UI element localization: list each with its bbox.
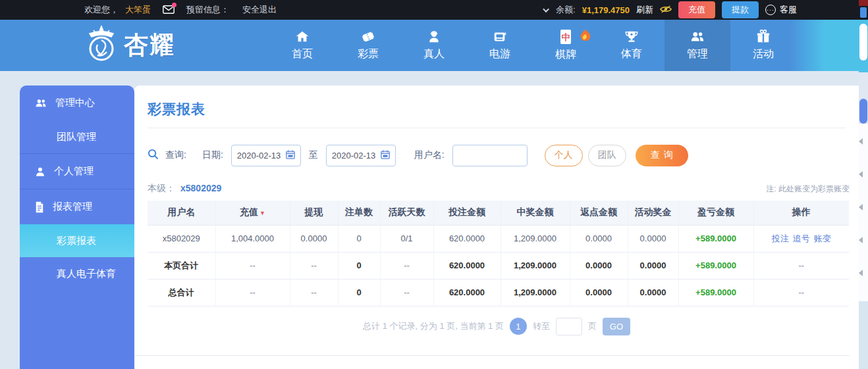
column-header: 用户名 bbox=[148, 201, 215, 225]
sidebar-item-manage-center[interactable]: 管理中心 bbox=[20, 86, 134, 120]
table-cell: 1,209.0000 bbox=[501, 225, 570, 252]
gift-icon bbox=[756, 30, 771, 44]
calendar-icon[interactable] bbox=[381, 150, 390, 161]
sort-desc-icon: ▼ bbox=[259, 210, 265, 216]
mahjong-tile-icon: 中 bbox=[560, 29, 572, 45]
table-cell: 0.0000 bbox=[290, 225, 338, 252]
go-button[interactable]: GO bbox=[603, 318, 630, 335]
strip-blue-segment bbox=[859, 99, 867, 124]
customer-service[interactable]: ··· 客服 bbox=[765, 4, 797, 16]
action-link-账变[interactable]: 账变 bbox=[814, 234, 831, 243]
table-cell: -- bbox=[290, 252, 338, 279]
column-header: 操作 bbox=[753, 201, 849, 225]
nav-item-chess[interactable]: 中 棋牌 bbox=[533, 20, 599, 71]
table-cell: -- bbox=[380, 252, 433, 279]
table-cell: 0.0000 bbox=[628, 252, 678, 279]
date-label: 日期: bbox=[202, 149, 223, 161]
hot-flame-icon bbox=[580, 28, 591, 41]
date-from-input[interactable]: 2020-02-13 bbox=[231, 145, 301, 166]
level-label: 本级： bbox=[148, 183, 175, 195]
sidebar-item-live-esports[interactable]: 真人电子体育 bbox=[20, 257, 134, 290]
chat-icon: ··· bbox=[765, 5, 776, 15]
content-card: 彩票报表 查询: 日期: 2020-02-13 至 2020-02-13 用户名… bbox=[134, 86, 859, 369]
username-input[interactable] bbox=[452, 145, 528, 166]
sidebar-item-lottery-report[interactable]: 彩票报表 bbox=[20, 224, 134, 257]
search-form: 查询: 日期: 2020-02-13 至 2020-02-13 用户名: 个人 … bbox=[148, 144, 850, 166]
mail-badge bbox=[172, 3, 176, 7]
refresh-link[interactable]: 刷新 bbox=[636, 4, 653, 16]
crown-emblem-icon bbox=[83, 25, 120, 66]
table-cell: 总合计 bbox=[148, 279, 215, 306]
table-body: x58020291,004.00000.000000/1620.00001,20… bbox=[148, 225, 849, 306]
action-link-投注[interactable]: 投注 bbox=[772, 234, 789, 243]
svg-text:中: 中 bbox=[562, 32, 570, 42]
deposit-button[interactable]: 充值 bbox=[678, 1, 715, 18]
search-button[interactable]: 查询 bbox=[636, 145, 688, 166]
username-text: 大笨蛋 bbox=[125, 4, 151, 16]
profit-cell: +589.0000 bbox=[678, 225, 753, 252]
dealer-icon bbox=[427, 30, 441, 44]
nav-item-egames[interactable]: 电游 bbox=[467, 20, 533, 71]
nav-item-lottery[interactable]: 彩票 bbox=[335, 20, 401, 71]
person-icon bbox=[34, 166, 46, 178]
main-navbar: 杏耀 首页 彩票 真人 电游 中 棋牌 体育 bbox=[0, 20, 868, 71]
column-header[interactable]: 充值▼ bbox=[215, 201, 290, 225]
welcome-text: 欢迎您， bbox=[84, 4, 119, 16]
sidebar-item-team-manage[interactable]: 团队管理 bbox=[20, 120, 134, 153]
team-filter-button[interactable]: 团队 bbox=[588, 145, 626, 166]
table-cell: 0.0000 bbox=[570, 279, 628, 306]
action-link-追号[interactable]: 追号 bbox=[793, 234, 810, 243]
actions-cell: -- bbox=[753, 252, 849, 279]
actions-cell: -- bbox=[753, 279, 849, 306]
nav-item-manage[interactable]: 管理 bbox=[665, 20, 730, 71]
mail-icon[interactable] bbox=[163, 5, 175, 14]
to-label: 至 bbox=[309, 149, 318, 161]
table-cell: 620.0000 bbox=[433, 225, 501, 252]
table-cell: 0.0000 bbox=[570, 225, 628, 252]
ticket-icon bbox=[360, 30, 376, 44]
nav-item-activity[interactable]: 活动 bbox=[730, 20, 796, 71]
page-1-button[interactable]: 1 bbox=[510, 318, 527, 335]
level-row: 本级： x5802029 注: 此处账变为彩票账变 bbox=[148, 183, 850, 195]
table-cell: 0 bbox=[338, 225, 380, 252]
account-change-note: 注: 此处账变为彩票账变 bbox=[766, 184, 850, 195]
pagination: 总计 1 个记录, 分为 1 页, 当前第 1 页 1 转至 页 GO bbox=[134, 317, 859, 335]
report-table: 用户名充值▼提现注单数活跃天数投注金额中奖金额返点金额活动奖金盈亏金额操作 x5… bbox=[148, 201, 849, 307]
nav-item-home[interactable]: 首页 bbox=[269, 20, 335, 71]
topbar: 欢迎您， 大笨蛋 预留信息： 安全退出 余额: ¥1,179.4750 刷新 充… bbox=[0, 0, 868, 20]
chevron-down-icon[interactable] bbox=[543, 6, 549, 12]
username-label: 用户名: bbox=[414, 149, 445, 161]
table-cell: 620.0000 bbox=[433, 252, 501, 279]
strip-blue-badge bbox=[860, 7, 867, 18]
nav-item-live[interactable]: 真人 bbox=[401, 20, 467, 71]
level-account-link[interactable]: x5802029 bbox=[180, 183, 221, 195]
document-icon bbox=[34, 201, 45, 213]
table-cell: 0 bbox=[338, 279, 380, 306]
table-cell: -- bbox=[215, 279, 290, 306]
sidebar-item-personal-manage[interactable]: 个人管理 bbox=[20, 154, 134, 189]
nav-item-sports[interactable]: 体育 bbox=[599, 20, 665, 71]
home-icon bbox=[295, 30, 310, 44]
table-cell: 本页合计 bbox=[148, 252, 215, 279]
slot-machine-icon bbox=[492, 30, 508, 44]
profit-cell: +589.0000 bbox=[678, 279, 753, 306]
withdraw-button[interactable]: 提款 bbox=[722, 1, 759, 18]
goto-page-input[interactable] bbox=[556, 318, 582, 335]
strip-top-segment bbox=[859, 0, 868, 6]
table-cell: -- bbox=[380, 279, 433, 306]
sidebar-item-report-manage[interactable]: 报表管理 bbox=[20, 189, 134, 224]
table-cell: 0.0000 bbox=[570, 252, 628, 279]
calendar-icon[interactable] bbox=[286, 150, 295, 161]
logout-link[interactable]: 安全退出 bbox=[242, 4, 277, 16]
table-cell: x5802029 bbox=[148, 225, 215, 252]
brand-logo[interactable]: 杏耀 bbox=[83, 25, 175, 66]
column-header: 返点金额 bbox=[570, 201, 628, 225]
personal-filter-button[interactable]: 个人 bbox=[545, 145, 583, 166]
users-icon bbox=[690, 30, 705, 44]
column-header: 活动奖金 bbox=[628, 201, 678, 225]
scrollbar-thumb[interactable] bbox=[859, 24, 867, 61]
table-row: 本页合计----0--620.00001,209.00000.00000.000… bbox=[148, 252, 849, 279]
date-to-input[interactable]: 2020-02-13 bbox=[326, 145, 396, 166]
eye-slash-icon[interactable] bbox=[660, 5, 672, 16]
table-cell: 1,209.0000 bbox=[501, 279, 570, 306]
